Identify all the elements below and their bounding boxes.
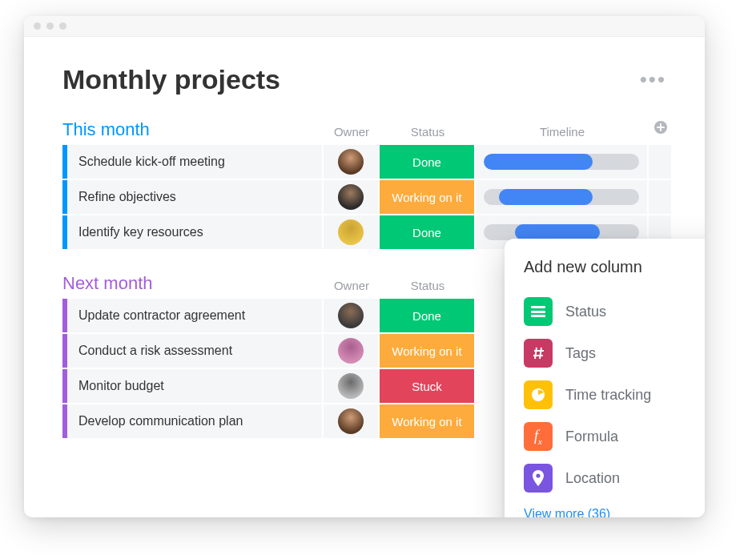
empty-add-cell xyxy=(649,180,671,214)
table-row: Refine objectivesWorking on it xyxy=(62,180,673,214)
table-row: Schedule kick-off meetingDone xyxy=(62,145,673,179)
task-name-cell[interactable]: Identify key resources xyxy=(62,215,322,249)
board-content: Monthly projects ••• This monthOwnerStat… xyxy=(24,37,705,517)
column-type-option[interactable]: Location xyxy=(524,457,705,499)
avatar xyxy=(338,408,364,434)
column-header-timeline[interactable]: Timeline xyxy=(476,125,649,140)
app-window: Monthly projects ••• This monthOwnerStat… xyxy=(24,16,705,517)
status-cell[interactable]: Done xyxy=(380,215,474,249)
timeline-cell[interactable] xyxy=(476,145,647,179)
avatar xyxy=(338,338,364,364)
fx-icon-tile: fx xyxy=(524,422,553,451)
empty-add-cell xyxy=(649,145,671,179)
owner-cell[interactable] xyxy=(324,369,378,403)
column-header-owner[interactable]: Owner xyxy=(324,125,380,140)
column-type-label: Formula xyxy=(565,428,618,445)
add-column-popover: Add new column StatusTagsTime trackingfx… xyxy=(505,239,705,517)
add-column-button[interactable] xyxy=(649,120,673,140)
task-name-cell[interactable]: Schedule kick-off meeting xyxy=(62,145,322,179)
window-dot xyxy=(34,22,41,30)
task-name-cell[interactable]: Monitor budget xyxy=(62,369,322,403)
fx-icon: fx xyxy=(534,428,542,446)
page-title: Monthly projects xyxy=(62,64,280,95)
status-icon-tile xyxy=(524,297,553,326)
clock-icon xyxy=(530,387,546,403)
status-cell[interactable]: Working on it xyxy=(380,404,474,438)
window-titlebar xyxy=(24,16,705,37)
column-type-option[interactable]: Time tracking xyxy=(524,374,705,416)
group-title[interactable]: Next month xyxy=(62,273,324,294)
column-type-option[interactable]: Status xyxy=(524,291,705,332)
window-dot xyxy=(59,22,66,30)
timeline-fill xyxy=(484,154,593,170)
status-cell[interactable]: Done xyxy=(380,145,474,179)
status-icon xyxy=(531,306,545,317)
clock-icon-tile xyxy=(524,380,553,409)
svg-point-2 xyxy=(536,473,540,477)
group-header: This monthOwnerStatusTimeline xyxy=(62,119,673,140)
avatar xyxy=(338,219,364,245)
hash-icon-tile xyxy=(524,339,553,368)
timeline-bar xyxy=(484,189,639,205)
column-type-option[interactable]: fxFormula xyxy=(524,416,705,457)
column-type-label: Time tracking xyxy=(565,387,651,404)
hash-icon xyxy=(531,346,545,360)
column-type-label: Status xyxy=(565,304,606,320)
more-menu-button[interactable]: ••• xyxy=(640,77,673,83)
timeline-bar xyxy=(484,154,639,170)
owner-cell[interactable] xyxy=(324,404,378,438)
owner-cell[interactable] xyxy=(324,334,378,368)
task-name-cell[interactable]: Develop communication plan xyxy=(62,404,322,438)
task-name-cell[interactable]: Refine objectives xyxy=(62,180,322,214)
timeline-fill xyxy=(499,189,592,205)
group: This monthOwnerStatusTimelineSchedule ki… xyxy=(62,119,673,249)
column-header-status[interactable]: Status xyxy=(380,279,476,294)
popover-title: Add new column xyxy=(524,258,705,276)
column-header-status[interactable]: Status xyxy=(380,125,476,140)
pin-icon xyxy=(531,470,545,486)
column-type-option[interactable]: Tags xyxy=(524,332,705,374)
timeline-fill xyxy=(515,224,601,240)
group-title[interactable]: This month xyxy=(62,119,324,140)
column-type-label: Tags xyxy=(565,345,596,362)
owner-cell[interactable] xyxy=(324,145,378,179)
view-more-link[interactable]: View more (36) xyxy=(524,507,705,517)
owner-cell[interactable] xyxy=(324,215,378,249)
avatar xyxy=(338,149,364,175)
status-cell[interactable]: Done xyxy=(380,299,474,332)
status-cell[interactable]: Working on it xyxy=(380,180,474,214)
column-type-label: Location xyxy=(565,470,620,487)
task-name-cell[interactable]: Update contractor agreement xyxy=(62,299,322,332)
avatar xyxy=(338,184,364,210)
window-dot xyxy=(46,22,54,30)
task-name-cell[interactable]: Conduct a risk assessment xyxy=(62,334,322,368)
timeline-bar xyxy=(484,224,639,240)
avatar xyxy=(338,373,364,399)
plus-icon xyxy=(653,120,668,138)
timeline-cell[interactable] xyxy=(476,180,647,214)
status-cell[interactable]: Stuck xyxy=(380,369,474,403)
column-header-owner[interactable]: Owner xyxy=(324,279,380,294)
avatar xyxy=(338,303,364,328)
pin-icon-tile xyxy=(524,464,553,493)
owner-cell[interactable] xyxy=(324,180,378,214)
status-cell[interactable]: Working on it xyxy=(380,334,474,368)
owner-cell[interactable] xyxy=(324,299,378,332)
